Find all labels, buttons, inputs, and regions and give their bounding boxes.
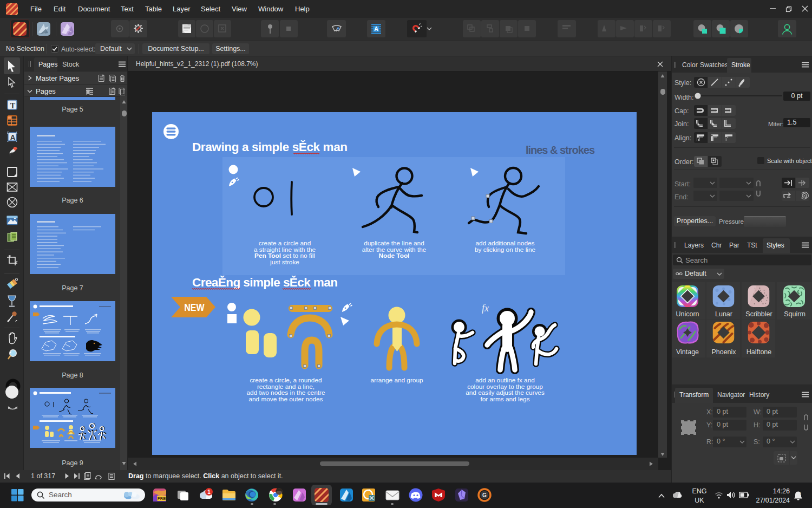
svg-text:A: A — [374, 25, 378, 32]
svg-text:NEW: NEW — [184, 302, 205, 313]
svg-text:by clicking on the line: by clicking on the line — [475, 246, 536, 253]
svg-text:Halftone: Halftone — [746, 348, 772, 356]
svg-text:G: G — [482, 492, 487, 498]
svg-text:Lunar: Lunar — [715, 310, 732, 318]
svg-text:Unicorn: Unicorn — [676, 310, 699, 318]
svg-text:T: T — [10, 102, 16, 110]
svg-text:z: z — [801, 491, 803, 495]
svg-text:Scribbler: Scribbler — [745, 310, 772, 318]
svg-text:arrange and group: arrange and group — [370, 376, 423, 384]
svg-text:A: A — [10, 133, 15, 142]
svg-text:and move the outer nodes: and move the outer nodes — [248, 395, 323, 403]
svg-text:1: 1 — [207, 489, 211, 495]
svg-text:CreaĚng simple sĚck man: CreaĚng simple sĚck man — [192, 276, 338, 289]
svg-text:just stroke: just stroke — [270, 258, 299, 266]
svg-text:Node Tool: Node Tool — [379, 252, 410, 259]
svg-text:Drawing a simple sĚck man: Drawing a simple sĚck man — [192, 140, 348, 154]
svg-text:Phoenix: Phoenix — [711, 348, 736, 356]
svg-text:lines & strokes: lines & strokes — [526, 144, 595, 156]
svg-text:PRE: PRE — [158, 496, 166, 501]
svg-text:Vintage: Vintage — [676, 348, 699, 356]
svg-text:Squirm: Squirm — [784, 310, 806, 318]
svg-text:fx: fx — [482, 303, 489, 314]
svg-text:for arms and legs: for arms and legs — [480, 395, 529, 403]
